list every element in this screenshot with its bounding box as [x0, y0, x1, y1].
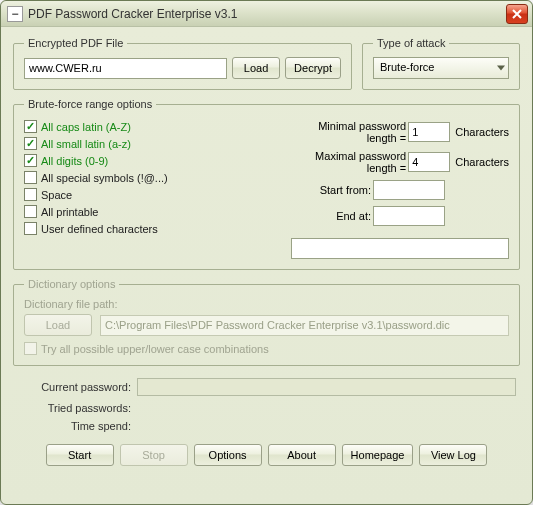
check-printable[interactable]: [24, 205, 37, 218]
check-case-combos: [24, 342, 37, 355]
current-password-value: [137, 378, 516, 396]
attack-type-group: Type of attack Brute-force: [362, 37, 520, 90]
start-button[interactable]: Start: [46, 444, 114, 466]
max-length-input[interactable]: [408, 152, 450, 172]
userdef-chars-input: [291, 238, 509, 259]
max-length-suffix: Characters: [452, 156, 509, 168]
encrypted-file-legend: Encrypted PDF File: [24, 37, 127, 49]
close-icon: [512, 9, 522, 19]
encrypted-file-group: Encrypted PDF File Load Decrypt: [13, 37, 352, 90]
attack-type-legend: Type of attack: [373, 37, 449, 49]
tried-passwords-label: Tried passwords:: [17, 402, 137, 414]
check-small-latin-label: All small latin (a-z): [41, 138, 131, 150]
brute-force-group: Brute-force range options All caps latin…: [13, 98, 520, 270]
check-digits-label: All digits (0-9): [41, 155, 108, 167]
check-digits[interactable]: [24, 154, 37, 167]
start-from-input[interactable]: [373, 180, 445, 200]
check-special-label: All special symbols (!@...): [41, 172, 168, 184]
check-special[interactable]: [24, 171, 37, 184]
check-space-label: Space: [41, 189, 72, 201]
current-password-label: Current password:: [17, 381, 137, 393]
window-title: PDF Password Cracker Enterprise v3.1: [28, 7, 506, 21]
dictionary-group: Dictionary options Dictionary file path:…: [13, 278, 520, 366]
check-space[interactable]: [24, 188, 37, 201]
app-window: PDF Password Cracker Enterprise v3.1 Enc…: [0, 0, 533, 505]
decrypt-button[interactable]: Decrypt: [285, 57, 341, 79]
check-caps-latin-label: All caps latin (A-Z): [41, 121, 131, 133]
options-button[interactable]: Options: [194, 444, 262, 466]
max-length-label: Maximal password length =: [291, 150, 406, 174]
check-userdef-label: User defined characters: [41, 223, 158, 235]
load-pdf-button[interactable]: Load: [232, 57, 280, 79]
check-printable-label: All printable: [41, 206, 98, 218]
dictionary-legend: Dictionary options: [24, 278, 119, 290]
titlebar[interactable]: PDF Password Cracker Enterprise v3.1: [1, 1, 532, 27]
min-length-suffix: Characters: [452, 126, 509, 138]
check-caps-latin[interactable]: [24, 120, 37, 133]
system-menu-icon[interactable]: [7, 6, 23, 22]
close-button[interactable]: [506, 4, 528, 24]
brute-force-legend: Brute-force range options: [24, 98, 156, 110]
viewlog-button[interactable]: View Log: [419, 444, 487, 466]
min-length-label: Minimal password length =: [291, 120, 406, 144]
check-userdef[interactable]: [24, 222, 37, 235]
attack-type-select[interactable]: Brute-force: [373, 57, 509, 79]
check-small-latin[interactable]: [24, 137, 37, 150]
time-spend-label: Time spend:: [17, 420, 137, 432]
end-at-input[interactable]: [373, 206, 445, 226]
load-dictionary-button: Load: [24, 314, 92, 336]
min-length-input[interactable]: [408, 122, 450, 142]
check-case-combos-label: Try all possible upper/lower case combin…: [41, 343, 269, 355]
homepage-button[interactable]: Homepage: [342, 444, 414, 466]
pdf-path-input[interactable]: [24, 58, 227, 79]
end-at-label: End at:: [336, 210, 371, 222]
start-from-label: Start from:: [320, 184, 371, 196]
dictionary-path-label: Dictionary file path:: [24, 298, 509, 310]
about-button[interactable]: About: [268, 444, 336, 466]
dictionary-path-input: [100, 315, 509, 336]
stop-button: Stop: [120, 444, 188, 466]
